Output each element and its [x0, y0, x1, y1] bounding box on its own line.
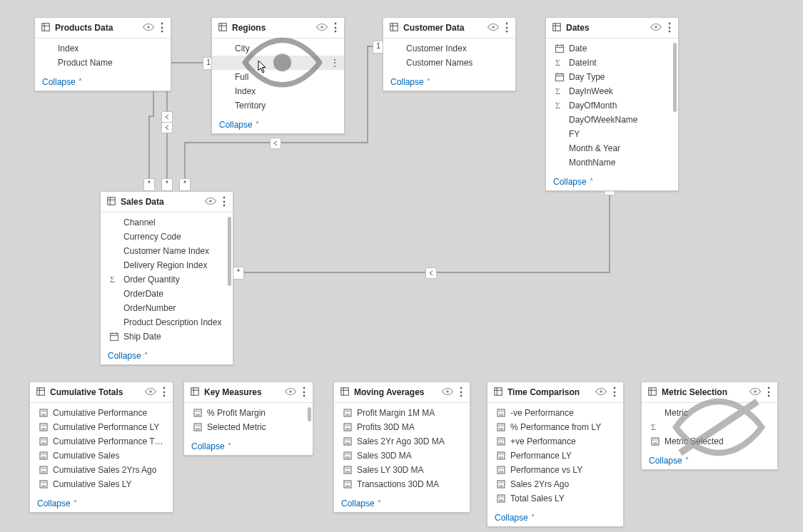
- visibility-icon: [238, 33, 327, 92]
- table-field[interactable]: Territory: [212, 98, 344, 113]
- table-field[interactable]: Σ Order Quantity: [101, 272, 233, 287]
- table-field[interactable]: Total Sales LY: [488, 491, 623, 506]
- field-label: Order Quantity: [123, 275, 226, 285]
- table-field[interactable]: Cumulative Performance: [30, 406, 173, 420]
- table-field[interactable]: Product Description Index: [101, 315, 233, 329]
- collapse-button[interactable]: Collapse˄: [30, 494, 173, 512]
- table-title: Key Measures: [204, 387, 281, 397]
- table-field[interactable]: Date: [546, 41, 678, 56]
- field-label: +ve Performance: [510, 436, 616, 446]
- table-field[interactable]: Transactions 30D MA: [334, 477, 470, 491]
- svg-rect-33: [111, 334, 118, 341]
- table-visibility-icon[interactable]: [141, 387, 157, 399]
- collapse-button[interactable]: Collapse˄: [383, 73, 515, 91]
- table-more-icon[interactable]: ⋮: [218, 197, 228, 207]
- table-regions[interactable]: Regions ⋮ City Country ⋮ Full Index: [211, 17, 345, 134]
- table-field[interactable]: Customer Index: [383, 41, 515, 56]
- table-field[interactable]: % Performance from LY: [488, 420, 623, 434]
- table-field[interactable]: Performance vs LY: [488, 463, 623, 477]
- table-field[interactable]: Channel: [101, 215, 233, 230]
- table-field[interactable]: OrderNumber: [101, 301, 233, 315]
- table-field[interactable]: Sales 2Yr Ago 30D MA: [334, 434, 470, 449]
- chevron-up-icon: ˄: [79, 78, 82, 86]
- table-cumulative-totals[interactable]: Cumulative Totals ⋮ Cumulative Performan…: [29, 382, 173, 513]
- collapse-button[interactable]: Collapse˄: [546, 173, 678, 190]
- table-key-measures[interactable]: Key Measures ⋮ % Profit Margin Selected …: [183, 382, 313, 456]
- table-field[interactable]: Cumulative Sales LY: [30, 477, 173, 491]
- field-label: Cumulative Sales 2Yrs Ago: [53, 465, 166, 475]
- table-field[interactable]: Ship Date: [101, 329, 233, 344]
- table-field[interactable]: +ve Performance: [488, 434, 623, 449]
- collapse-button[interactable]: Collapse˄: [212, 116, 344, 133]
- table-visibility-icon[interactable]: [484, 22, 500, 34]
- table-metric-selection[interactable]: Metric Selection ⋮ Metric Σ Metric Index…: [641, 382, 778, 470]
- table-field[interactable]: Month & Year: [546, 141, 678, 155]
- table-field[interactable]: Selected Metric: [184, 420, 313, 434]
- table-field[interactable]: Cumulative Performance LY: [30, 420, 173, 434]
- table-visibility-icon[interactable]: [647, 22, 662, 34]
- scrollbar[interactable]: [308, 407, 311, 433]
- table-field[interactable]: Sales 2Yrs Ago: [488, 477, 623, 491]
- table-moving-averages[interactable]: Moving Averages ⋮ Profit Margin 1M MA Pr…: [333, 382, 470, 513]
- table-field[interactable]: % Profit Margin: [184, 406, 313, 420]
- table-field[interactable]: Σ Metric Index: [642, 420, 777, 434]
- table-field[interactable]: Customer Name Index: [101, 244, 233, 258]
- table-field[interactable]: Sales LY 30D MA: [334, 463, 470, 477]
- table-more-icon[interactable]: ⋮: [330, 23, 340, 33]
- collapse-button[interactable]: Collapse˄: [184, 437, 313, 455]
- table-field[interactable]: Σ DateInt: [546, 56, 678, 70]
- table-field[interactable]: -ve Performance: [488, 406, 623, 420]
- table-more-icon[interactable]: ⋮: [501, 23, 511, 33]
- field-label: Selected Metric: [207, 422, 305, 432]
- table-field[interactable]: Profit Margin 1M MA: [334, 406, 470, 420]
- table-visibility-icon[interactable]: [139, 22, 155, 34]
- table-field[interactable]: Cumulative Sales: [30, 449, 173, 463]
- table-field[interactable]: MonthName: [546, 155, 678, 170]
- table-field[interactable]: Day Type: [546, 70, 678, 84]
- table-visibility-icon[interactable]: [438, 387, 454, 399]
- svg-rect-129: [499, 425, 504, 427]
- table-field[interactable]: Cumulative Sales 2Yrs Ago: [30, 463, 173, 477]
- table-more-icon[interactable]: ⋮: [455, 387, 465, 397]
- model-canvas[interactable]: { "ui": { "collapse_label": "Collapse" }…: [0, 0, 803, 532]
- collapse-button[interactable]: Collapse˄: [101, 347, 233, 364]
- table-field[interactable]: Index: [35, 41, 171, 56]
- table-field[interactable]: OrderDate: [101, 287, 233, 301]
- table-field[interactable]: Product Name: [35, 56, 171, 70]
- table-field[interactable]: Sales 30D MA: [334, 449, 470, 463]
- table-field[interactable]: Delivery Region Index: [101, 258, 233, 272]
- table-products-data[interactable]: Products Data ⋮ Index Product Name Colla…: [34, 17, 171, 91]
- table-field[interactable]: FY: [546, 127, 678, 141]
- svg-rect-28: [108, 197, 116, 205]
- table-customer-data[interactable]: Customer Data ⋮ Customer Index Customer …: [383, 17, 516, 91]
- table-visibility-icon[interactable]: [313, 22, 328, 34]
- table-more-icon[interactable]: ⋮: [664, 23, 674, 33]
- table-field[interactable]: Σ DayOfMonth: [546, 98, 678, 113]
- scrollbar[interactable]: [673, 43, 677, 168]
- table-more-icon[interactable]: ⋮: [609, 387, 619, 397]
- svg-rect-0: [42, 23, 50, 31]
- table-field[interactable]: Currency Code: [101, 230, 233, 244]
- table-sales-data[interactable]: Sales Data ⋮ Channel Currency Code Custo…: [100, 191, 233, 365]
- collapse-button[interactable]: Collapse˄: [35, 73, 171, 91]
- table-field[interactable]: Customer Names: [383, 56, 515, 70]
- table-visibility-icon[interactable]: [592, 387, 607, 399]
- field-more-icon[interactable]: ⋮: [330, 57, 337, 68]
- table-more-icon[interactable]: ⋮: [156, 23, 166, 33]
- table-more-icon[interactable]: ⋮: [298, 387, 308, 397]
- table-visibility-icon[interactable]: [281, 387, 297, 399]
- table-dates[interactable]: Dates ⋮ Date Σ DateInt Day Type Σ DayInW…: [545, 17, 679, 191]
- table-field[interactable]: DayOfWeekName: [546, 113, 678, 127]
- table-field[interactable]: Σ DayInWeek: [546, 84, 678, 98]
- table-field[interactable]: Performance LY: [488, 449, 623, 463]
- table-field[interactable]: Profits 30D MA: [334, 420, 470, 434]
- scrollbar[interactable]: [228, 217, 231, 342]
- table-visibility-icon[interactable]: [201, 196, 217, 208]
- collapse-button[interactable]: Collapse˄: [334, 494, 470, 512]
- table-field[interactable]: Country ⋮: [212, 56, 344, 70]
- table-field[interactable]: Cumulative Performance TY vs LY: [30, 434, 173, 449]
- table-more-icon[interactable]: ⋮: [158, 387, 168, 397]
- table-time-comparison[interactable]: Time Comparison ⋮ -ve Performance % Perf…: [487, 382, 624, 527]
- svg-point-122: [600, 390, 602, 393]
- collapse-button[interactable]: Collapse˄: [488, 508, 623, 526]
